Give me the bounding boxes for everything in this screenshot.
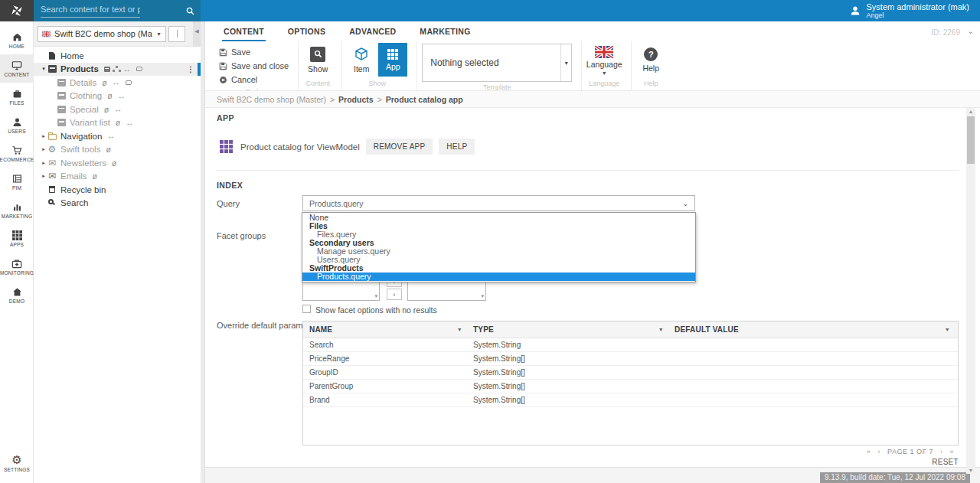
scroll-down-icon[interactable]: ▼ bbox=[966, 468, 975, 473]
tree-node[interactable]: Home bbox=[34, 49, 201, 63]
user-name: System administrator (mak) bbox=[867, 2, 969, 12]
move-left-button[interactable]: ‹ bbox=[387, 289, 402, 300]
floppy-icon bbox=[219, 48, 227, 57]
tab-advanced[interactable]: ADVANCED bbox=[348, 22, 397, 41]
index-section-heading: INDEX bbox=[217, 181, 243, 190]
global-search[interactable]: Search content for text or page id bbox=[34, 0, 201, 21]
rail-item-ecommerce[interactable]: ECOMMERCE bbox=[0, 139, 34, 168]
remove-app-button[interactable]: REMOVE APP bbox=[366, 139, 433, 155]
expand-arrow-icon[interactable] bbox=[40, 173, 47, 179]
language-button[interactable]: Language ▼ bbox=[586, 43, 622, 78]
tree-node[interactable]: Navigation bbox=[34, 129, 201, 143]
rail-item-marketing[interactable]: MARKETING bbox=[0, 196, 34, 224]
filter-chevron-icon[interactable]: ▼ bbox=[457, 327, 462, 332]
dynamicweb-logo[interactable] bbox=[0, 0, 34, 21]
panel-collapse-button[interactable]: ◀ bbox=[193, 21, 201, 47]
tree-node[interactable]: Clothing bbox=[34, 90, 201, 103]
prev-page-button[interactable]: ‹ bbox=[878, 448, 881, 455]
ribbon-collapse-icon[interactable]: ⌄ bbox=[968, 27, 974, 35]
tree-node-icon bbox=[47, 51, 57, 60]
expand-arrow-icon[interactable] bbox=[40, 146, 47, 152]
vertical-scrollbar[interactable]: ▲ ▼ bbox=[966, 108, 975, 474]
floppy-icon bbox=[219, 62, 227, 70]
save-and-close-button[interactable]: Save and close bbox=[219, 60, 289, 71]
chevron-down-icon[interactable]: ▼ bbox=[560, 44, 571, 81]
tree-node-label: Products bbox=[60, 64, 99, 73]
rail-item-demo[interactable]: DEMO bbox=[0, 281, 34, 309]
tree-node[interactable]: Swift tools bbox=[34, 143, 201, 157]
table-pagination: « ‹ PAGE 1 OF 7 › » bbox=[302, 448, 959, 455]
dropdown-option[interactable]: Files bbox=[302, 222, 695, 230]
tree-node-badge-icon bbox=[102, 79, 106, 87]
table-row[interactable]: PriceRange System.String[] bbox=[303, 352, 958, 366]
node-menu-icon[interactable] bbox=[187, 65, 194, 73]
tree-node[interactable]: Newsletters bbox=[34, 156, 201, 170]
breadcrumb-parent[interactable]: Products bbox=[338, 95, 374, 104]
rail-item-content[interactable]: CONTENT bbox=[0, 54, 34, 83]
item-button[interactable]: Item bbox=[347, 43, 376, 77]
cancel-button[interactable]: Cancel bbox=[219, 74, 257, 85]
site-selector[interactable]: Swift B2C demo shop (Master) ▼ bbox=[38, 26, 166, 42]
help-button-small[interactable]: HELP bbox=[439, 139, 475, 155]
table-row[interactable]: Search System.String bbox=[303, 338, 958, 352]
rail-item-monitoring[interactable]: MONITORING bbox=[0, 253, 34, 281]
first-page-button[interactable]: « bbox=[867, 448, 871, 455]
last-page-button[interactable]: » bbox=[949, 448, 954, 455]
column-header-name[interactable]: NAME ▼ bbox=[303, 325, 473, 334]
expand-arrow-icon[interactable] bbox=[40, 160, 47, 166]
column-header-default[interactable]: DEFAULT VALUE ▼ bbox=[675, 325, 958, 334]
app-button[interactable]: App bbox=[378, 43, 407, 77]
tree-node[interactable]: Special bbox=[34, 103, 201, 116]
filter-chevron-icon[interactable]: ▼ bbox=[945, 327, 950, 332]
template-select[interactable]: Nothing selected ▼ bbox=[422, 44, 572, 82]
search-icon[interactable] bbox=[185, 5, 195, 19]
user-menu[interactable]: System administrator (mak) Angel bbox=[850, 0, 980, 21]
rail-item-files[interactable]: FILES bbox=[0, 83, 34, 111]
dropdown-option[interactable]: Manage users.query bbox=[302, 247, 695, 256]
scrollbar-thumb[interactable] bbox=[967, 116, 975, 164]
table-row[interactable]: Brand System.String[] bbox=[303, 393, 958, 407]
show-button[interactable]: Show bbox=[303, 43, 332, 77]
parameters-table-header: NAME ▼ TYPE ▼ DEFAULT VALUE ▼ bbox=[303, 321, 958, 338]
tree-node[interactable]: Emails bbox=[34, 170, 201, 184]
expand-arrow-icon[interactable] bbox=[40, 66, 47, 72]
search-input[interactable]: Search content for text or page id bbox=[41, 5, 140, 18]
breadcrumb-root[interactable]: Swift B2C demo shop (Master) bbox=[217, 95, 326, 104]
scroll-up-icon[interactable]: ▲ bbox=[966, 109, 975, 114]
rail-item-users[interactable]: USERS bbox=[0, 111, 34, 139]
tree-node[interactable]: Search bbox=[34, 197, 201, 210]
tree-node-badge-icon bbox=[123, 65, 131, 73]
help-button[interactable]: ? Help bbox=[636, 43, 665, 77]
dropdown-option[interactable]: None bbox=[302, 214, 695, 222]
next-page-button[interactable]: › bbox=[940, 448, 943, 455]
rail-item-apps[interactable]: APPS bbox=[0, 224, 34, 253]
dropdown-option[interactable]: Products.query bbox=[302, 273, 695, 281]
tab-marketing[interactable]: MARKETING bbox=[418, 22, 472, 41]
app-row: Product catalog for ViewModel REMOVE APP… bbox=[220, 139, 475, 155]
show-facet-options-checkbox[interactable] bbox=[302, 305, 311, 313]
tree-node[interactable]: Variant list bbox=[34, 116, 201, 130]
tree-node[interactable]: Details bbox=[34, 76, 201, 90]
tree-node[interactable]: Products bbox=[34, 63, 201, 77]
rail-item-home[interactable]: HOME bbox=[0, 26, 34, 54]
rail-item-pim[interactable]: PIM bbox=[0, 168, 34, 196]
column-header-type[interactable]: TYPE ▼ bbox=[473, 325, 675, 334]
filter-chevron-icon[interactable]: ▼ bbox=[658, 327, 664, 332]
table-row[interactable]: ParentGroup System.String[] bbox=[303, 380, 958, 393]
tab-content[interactable]: CONTENT bbox=[222, 22, 266, 41]
table-row[interactable]: GroupID System.String[] bbox=[303, 366, 958, 380]
tree-options-button[interactable] bbox=[168, 26, 185, 42]
users-icon bbox=[12, 117, 22, 127]
rail-item-settings[interactable]: ⚙ SETTINGS bbox=[0, 449, 34, 477]
ribbon-group-content: Show Content bbox=[301, 41, 342, 90]
save-button[interactable]: Save bbox=[219, 47, 250, 57]
expand-arrow-icon[interactable] bbox=[40, 133, 47, 139]
content-tree: Home Products Details bbox=[34, 47, 201, 210]
tree-node-icon bbox=[57, 105, 66, 114]
tree-node[interactable]: Recycle bin bbox=[34, 183, 201, 197]
tree-node-badge-icon bbox=[104, 67, 110, 72]
tab-options[interactable]: OPTIONS bbox=[286, 22, 327, 41]
monitoring-icon bbox=[11, 259, 22, 269]
query-select[interactable]: Products.query ⌄ bbox=[302, 195, 695, 211]
ribbon-tabs: CONTENT OPTIONS ADVANCED MARKETING ID: 2… bbox=[205, 21, 980, 41]
